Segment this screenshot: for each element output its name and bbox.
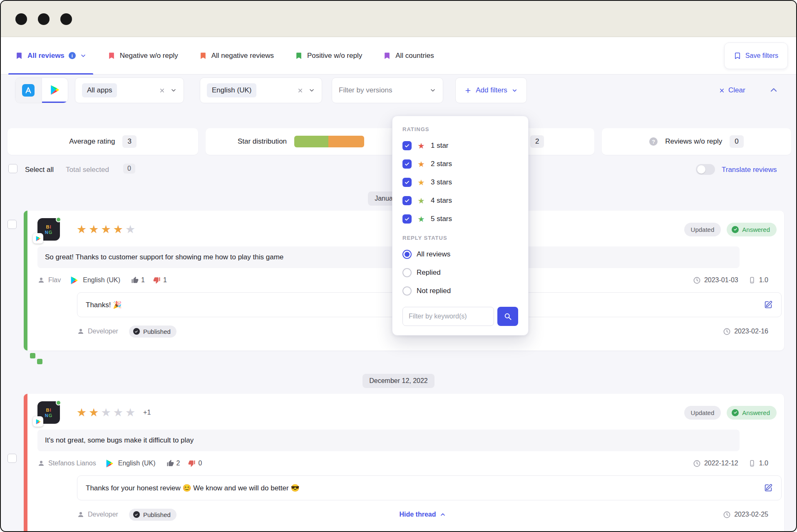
review-select-checkbox[interactable] (7, 220, 17, 229)
chevron-down-icon[interactable] (430, 87, 436, 94)
thumb-down-icon (188, 460, 196, 467)
thread-stack-indicator (30, 353, 35, 358)
translate-reviews-label[interactable]: Translate reviews (722, 166, 777, 174)
app-icon: BING (37, 218, 60, 241)
checkbox-checked-icon[interactable] (402, 159, 412, 169)
platform-google-play[interactable] (42, 78, 68, 103)
tab-label: Positive w/o reply (307, 52, 362, 60)
select-all-checkbox[interactable] (8, 164, 17, 173)
chevron-down-icon[interactable] (170, 87, 177, 94)
radio-icon[interactable] (402, 286, 412, 296)
window-control-icon[interactable] (60, 13, 72, 25)
tab-all-negative-reviews[interactable]: All negative reviews (199, 37, 274, 74)
checkbox-checked-icon[interactable] (402, 214, 412, 224)
tab-label: Negative w/o reply (120, 52, 178, 60)
review-badges: Updated Answered (684, 223, 777, 236)
developer-reply-box: Thanks for your honest review 😊 We know … (77, 475, 782, 500)
tab-label: All reviews (27, 52, 65, 60)
app-icon-status-dot (56, 400, 61, 405)
checkbox-checked-icon[interactable] (402, 196, 412, 205)
tab-positive-wo-reply[interactable]: Positive w/o reply (295, 37, 362, 74)
info-icon[interactable]: i (69, 52, 76, 59)
reply-status-option[interactable]: All reviews (402, 245, 518, 264)
radio-selected-icon[interactable] (402, 250, 412, 259)
platform-app-store[interactable] (15, 78, 42, 103)
google-play-icon (70, 276, 79, 285)
stat-card-star-distribution: Star distribution (206, 128, 396, 155)
save-filters-button[interactable]: Save filters (724, 42, 788, 69)
review-meta-row: Stefanos Lianos English (UK) 2 0 2022-12… (37, 457, 768, 470)
dislikes-count: 1 (163, 276, 167, 284)
window-titlebar (1, 1, 796, 37)
google-play-badge-icon (33, 233, 43, 244)
google-play-badge-icon (33, 416, 43, 427)
apps-filter-chip[interactable]: All apps (75, 77, 184, 103)
remove-filter-icon[interactable] (159, 87, 165, 94)
chevron-down-icon (511, 87, 518, 94)
collapse-filters-chevron-up-icon[interactable] (769, 85, 779, 95)
tab-negative-wo-reply[interactable]: Negative w/o reply (107, 37, 178, 74)
window-control-icon[interactable] (15, 13, 27, 25)
select-all-label[interactable]: Select all (25, 166, 54, 174)
rating-filter-row[interactable]: ★ 3 stars (402, 173, 518, 191)
clock-icon (693, 460, 701, 467)
review-select-checkbox[interactable] (7, 454, 17, 463)
reply-meta-right: 2023-02-25 (723, 511, 768, 519)
tab-all-reviews[interactable]: All reviews i (15, 37, 87, 74)
thread-stack-indicator (37, 359, 42, 364)
edit-reply-icon[interactable] (764, 300, 773, 309)
rating-filter-row[interactable]: ★ 4 stars (402, 191, 518, 210)
published-badge: Published (129, 509, 176, 521)
radio-icon[interactable] (402, 268, 412, 277)
app-window: All reviews i Negative w/o reply All neg… (0, 0, 797, 532)
keyword-filter-row (402, 307, 518, 326)
clear-filters-button[interactable]: Clear (719, 77, 745, 103)
checkbox-checked-icon[interactable] (402, 178, 412, 187)
dislikes-count: 0 (198, 460, 202, 467)
person-icon (77, 511, 84, 518)
chevron-down-icon[interactable] (308, 87, 315, 94)
app-version: 1.0 (759, 460, 768, 467)
published-badge: Published (129, 326, 176, 338)
reply-status-section-title: REPLY STATUS (402, 235, 518, 241)
reply-status-option[interactable]: Not replied (402, 282, 518, 300)
tab-label: All countries (395, 52, 434, 60)
add-filters-button[interactable]: Add filters (455, 77, 527, 103)
window-control-icon[interactable] (38, 13, 50, 25)
rating-filter-row[interactable]: ★ 1 star (402, 137, 518, 155)
app-store-icon (22, 84, 35, 97)
keyword-filter-input[interactable] (402, 307, 494, 326)
star-icon: ★ (113, 406, 125, 419)
reply-date: 2023-02-16 (734, 328, 768, 335)
add-filters-label: Add filters (476, 86, 507, 94)
tab-label: All negative reviews (211, 52, 274, 60)
stat-card-reviews-wo-reply: ? Reviews w/o reply 0 (602, 128, 791, 155)
translate-toggle[interactable] (696, 164, 715, 175)
hide-thread-button[interactable]: Hide thread (399, 511, 446, 518)
edit-reply-icon[interactable] (764, 483, 773, 492)
review-text: It's not great, some bugs make it diffic… (37, 430, 740, 451)
rating-filter-label: 4 stars (431, 196, 452, 205)
tab-all-countries[interactable]: All countries (383, 37, 434, 74)
versions-filter-select[interactable]: Filter by versions (332, 77, 443, 103)
rating-filter-row[interactable]: ★ 5 stars (402, 210, 518, 228)
published-badge-label: Published (143, 511, 171, 518)
review-meta-right: 2022-12-12 1.0 (693, 460, 768, 467)
language-filter-chip[interactable]: English (UK) (200, 77, 322, 103)
app-icon-status-dot (56, 217, 61, 222)
clock-icon (693, 276, 701, 284)
chevron-down-icon[interactable] (80, 52, 87, 59)
keyword-search-button[interactable] (497, 307, 518, 326)
reply-status-option[interactable]: Replied (402, 264, 518, 282)
help-icon[interactable]: ? (649, 137, 658, 146)
check-circle-icon (732, 226, 739, 233)
review-star-rating: ★★★★★ (77, 224, 137, 235)
answered-badge: Answered (727, 406, 777, 420)
star-icon: ★ (417, 160, 426, 168)
bookmark-icon (383, 52, 391, 60)
remove-filter-icon[interactable] (297, 87, 303, 94)
checkbox-checked-icon[interactable] (402, 141, 412, 150)
likes-count: 2 (176, 460, 180, 467)
reply-text: Thanks for your honest review 😊 We know … (86, 484, 300, 492)
rating-filter-row[interactable]: ★ 2 stars (402, 155, 518, 173)
